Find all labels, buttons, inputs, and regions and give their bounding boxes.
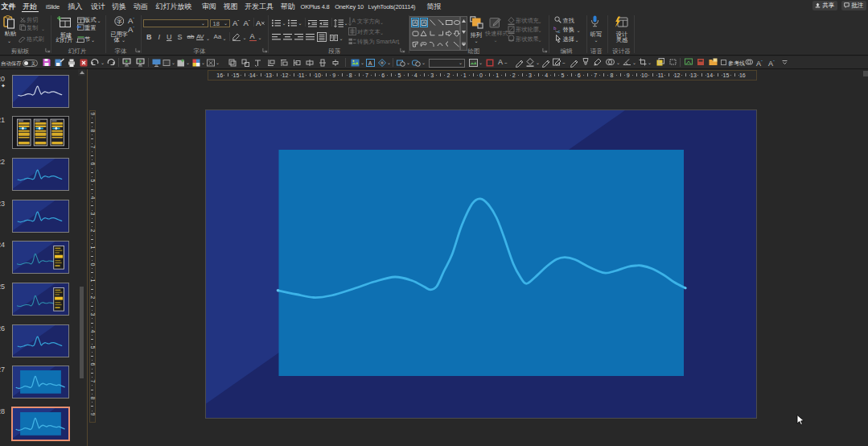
svg-text:A: A <box>352 18 356 23</box>
svg-text:b: b <box>553 26 557 31</box>
svg-text:字: 字 <box>116 17 121 24</box>
svg-text:A: A <box>256 19 261 27</box>
svg-text:A: A <box>368 60 372 65</box>
svg-text:c: c <box>557 29 560 34</box>
svg-text:A: A <box>413 20 417 25</box>
svg-text:A: A <box>422 20 426 25</box>
